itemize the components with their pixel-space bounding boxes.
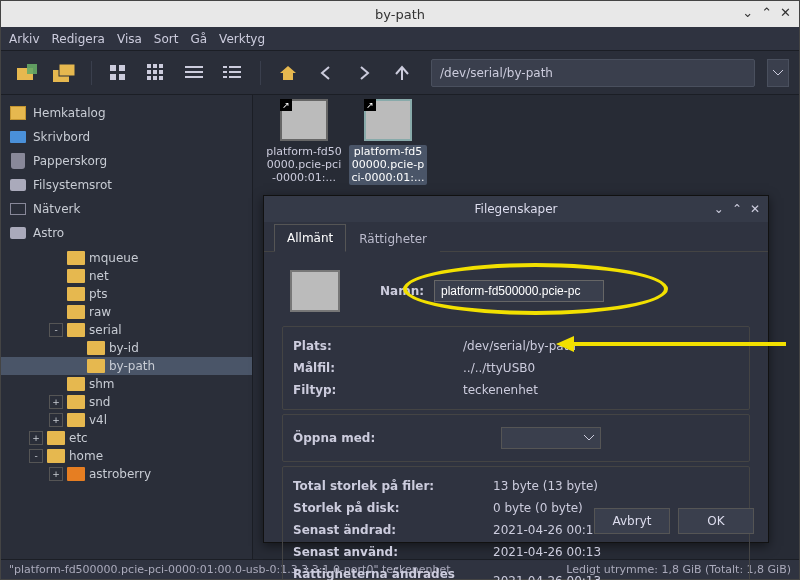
ok-button[interactable]: OK (678, 508, 754, 534)
svg-rect-23 (229, 71, 241, 73)
svg-rect-9 (153, 64, 157, 68)
place-label: Hemkatalog (33, 106, 106, 120)
dialog-titlebar[interactable]: Filegenskaper ⌄ ⌃ ✕ (264, 196, 768, 222)
place-papperskorg[interactable]: Papperskorg (1, 149, 252, 173)
file-thumb: ↗ (280, 99, 328, 141)
prop-key: Rättigheterna ändrades senast: (293, 567, 493, 580)
tab-permissions[interactable]: Rättigheter (346, 225, 440, 252)
file-tile[interactable]: ↗platform-fd500000.pcie-pci-0000:01:... (265, 99, 343, 185)
file-name-label: platform-fd500000.pcie-pci-0000:01:... (349, 145, 427, 185)
sidebar: HemkatalogSkrivbordPapperskorgFilsystems… (1, 95, 253, 559)
menu-visa[interactable]: Visa (117, 32, 142, 46)
minimize-icon[interactable]: ⌄ (742, 5, 753, 20)
tree-item-snd[interactable]: +snd (1, 393, 252, 411)
forward-button[interactable] (349, 58, 379, 88)
view-icons-button[interactable] (104, 58, 134, 88)
prop-key: Målfil: (293, 361, 463, 375)
svg-rect-14 (147, 76, 151, 80)
tree-item-by-path[interactable]: by-path (1, 357, 252, 375)
expander-icon[interactable]: + (49, 467, 63, 481)
tree-label: pts (89, 287, 108, 301)
maximize-icon[interactable]: ⌃ (761, 5, 772, 20)
menu-ga[interactable]: Gå (190, 32, 207, 46)
path-input[interactable]: /dev/serial/by-path (431, 59, 755, 87)
svg-rect-7 (119, 74, 125, 80)
expander-icon[interactable]: - (49, 323, 63, 337)
folder-icon (67, 377, 85, 391)
folder-icon (87, 341, 105, 355)
tree-item-astroberry[interactable]: +astroberry (1, 465, 252, 483)
view-compact-button[interactable] (180, 58, 210, 88)
place-filsystemsrot[interactable]: Filsystemsrot (1, 173, 252, 197)
place-hemkatalog[interactable]: Hemkatalog (1, 101, 252, 125)
tree-label: astroberry (89, 467, 151, 481)
tab-general[interactable]: Allmänt (274, 224, 346, 252)
window-title: by-path (375, 7, 425, 22)
tree-item-mqueue[interactable]: mqueue (1, 249, 252, 267)
prop-value: 13 byte (13 byte) (493, 479, 739, 493)
home-button[interactable] (273, 58, 303, 88)
folder-icon (67, 395, 85, 409)
tree-item-v4l[interactable]: +v4l (1, 411, 252, 429)
tree-item-etc[interactable]: +etc (1, 429, 252, 447)
open-with-select[interactable] (501, 427, 601, 449)
view-detail-button[interactable] (218, 58, 248, 88)
svg-rect-5 (119, 65, 125, 71)
svg-rect-8 (147, 64, 151, 68)
dialog-minimize-icon[interactable]: ⌄ (714, 202, 724, 216)
place-label: Skrivbord (33, 130, 90, 144)
expander-icon[interactable]: + (49, 413, 63, 427)
file-name-label: platform-fd500000.pcie-pci-0000:01:... (265, 145, 343, 185)
tree-item-net[interactable]: net (1, 267, 252, 285)
tree-label: net (89, 269, 109, 283)
folder-icon (87, 359, 105, 373)
file-thumb-icon (290, 270, 340, 312)
menu-sort[interactable]: Sort (154, 32, 179, 46)
tree-label: snd (89, 395, 110, 409)
tree-item-serial[interactable]: -serial (1, 321, 252, 339)
back-button[interactable] (311, 58, 341, 88)
name-label: Namn: (380, 284, 424, 298)
svg-rect-19 (185, 76, 203, 78)
menu-arkiv[interactable]: Arkiv (9, 32, 40, 46)
up-button[interactable] (387, 58, 417, 88)
folder-icon (67, 251, 85, 265)
prop-value: 2021-04-26 00:13 (493, 574, 739, 580)
svg-rect-15 (153, 76, 157, 80)
place-label: Astro (33, 226, 64, 240)
home-icon (9, 104, 27, 122)
folder-icon (67, 323, 85, 337)
close-icon[interactable]: ✕ (780, 5, 791, 20)
place-label: Filsystemsrot (33, 178, 112, 192)
tree-item-by-id[interactable]: by-id (1, 339, 252, 357)
prop-key: Filtyp: (293, 383, 463, 397)
tree-label: by-path (109, 359, 155, 373)
view-small-icons-button[interactable] (142, 58, 172, 88)
dialog-maximize-icon[interactable]: ⌃ (732, 202, 742, 216)
tree-item-home[interactable]: -home (1, 447, 252, 465)
tree-item-shm[interactable]: shm (1, 375, 252, 393)
new-tab-button[interactable] (11, 58, 41, 88)
path-history-dropdown[interactable] (767, 59, 789, 87)
new-window-button[interactable] (49, 58, 79, 88)
tree-item-pts[interactable]: pts (1, 285, 252, 303)
menu-verktyg[interactable]: Verktyg (219, 32, 265, 46)
svg-rect-12 (153, 70, 157, 74)
svg-rect-25 (229, 76, 241, 78)
expander-icon[interactable]: + (29, 431, 43, 445)
place-skrivbord[interactable]: Skrivbord (1, 125, 252, 149)
symlink-badge-icon: ↗ (364, 99, 376, 111)
dialog-close-icon[interactable]: ✕ (750, 202, 760, 216)
menu-redigera[interactable]: Redigera (52, 32, 105, 46)
props-box-openwith: Öppna med: (282, 414, 750, 462)
file-properties-dialog: Filegenskaper ⌄ ⌃ ✕ Allmänt Rättigheter … (263, 195, 769, 543)
expander-icon[interactable]: + (49, 395, 63, 409)
svg-rect-20 (223, 66, 227, 68)
file-name-input[interactable] (434, 280, 604, 302)
expander-icon[interactable]: - (29, 449, 43, 463)
place-nätverk[interactable]: Nätverk (1, 197, 252, 221)
file-tile[interactable]: ↗platform-fd500000.pcie-pci-0000:01:... (349, 99, 427, 185)
cancel-button[interactable]: Avbryt (594, 508, 670, 534)
tree-item-raw[interactable]: raw (1, 303, 252, 321)
place-astro[interactable]: Astro (1, 221, 252, 245)
